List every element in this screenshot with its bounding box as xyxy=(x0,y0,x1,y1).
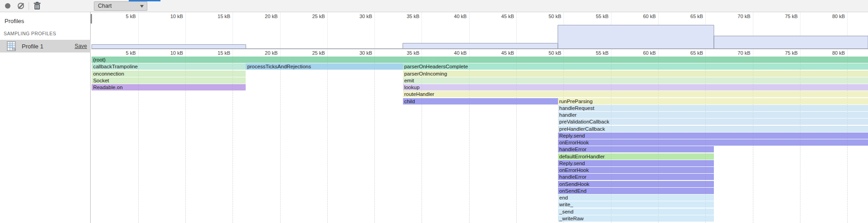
flame-bar[interactable]: lookup xyxy=(403,84,868,90)
flame-bar[interactable]: onErrorHook xyxy=(558,167,714,173)
flame-bar[interactable]: onSendHook xyxy=(558,181,714,187)
flame-gridline-dashed xyxy=(563,57,564,223)
profile-name: Profile 1 xyxy=(22,43,44,50)
flame-bar[interactable]: preValidationCallback xyxy=(558,119,868,125)
flame-bar[interactable]: onErrorHook xyxy=(558,139,868,146)
chart-pane: 5 kB10 kB15 kB20 kB25 kB30 kB35 kB40 kB4… xyxy=(91,12,868,223)
toolbar: Chart xyxy=(0,0,868,12)
clear-profiles-button[interactable] xyxy=(15,0,27,12)
ruler-tick-label: 50 kB xyxy=(529,50,561,56)
ruler-tick-label: 15 kB xyxy=(199,50,230,56)
flame-bar[interactable]: (root) xyxy=(92,57,868,63)
record-button[interactable] xyxy=(2,0,14,12)
overview-area-chart xyxy=(91,12,868,49)
allocation-flame-chart: (root)callbackTrampolineprocessTicksAndR… xyxy=(91,57,868,223)
chart-view-select-value: Chart xyxy=(98,3,112,9)
flame-bar[interactable]: callbackTrampoline xyxy=(92,63,246,70)
flame-bar[interactable]: Reply.send xyxy=(558,133,868,139)
flame-bar[interactable]: onconnection xyxy=(92,71,246,77)
ruler-tick-label: 30 kB xyxy=(340,50,372,56)
save-profile-link[interactable]: Save xyxy=(75,43,87,49)
trash-icon xyxy=(31,0,43,12)
ruler-tick-label: 80 kB xyxy=(813,50,845,56)
flame-bar[interactable]: processTicksAndRejections xyxy=(246,63,402,70)
flame-gridline-dashed xyxy=(753,57,753,223)
ruler-tick-label: 45 kB xyxy=(482,50,514,56)
flame-gridline-dashed xyxy=(233,57,233,223)
flame-bar[interactable]: parserOnHeadersComplete xyxy=(403,63,868,70)
ruler-tick-label: 65 kB xyxy=(671,50,703,56)
ruler-tick-label: 60 kB xyxy=(624,50,656,56)
flame-bar[interactable]: emit xyxy=(403,77,868,84)
flamechart-ruler: 5 kB10 kB15 kB20 kB25 kB30 kB35 kB40 kB4… xyxy=(91,49,868,57)
flame-gridline-dashed xyxy=(800,57,800,223)
flame-gridline-dashed xyxy=(705,57,706,223)
flame-gridline-dashed xyxy=(374,57,375,223)
flame-bar[interactable]: end xyxy=(558,195,714,201)
ruler-tick-label: 70 kB xyxy=(719,50,751,56)
ruler-tick-label: 25 kB xyxy=(293,50,325,56)
delete-profile-button[interactable] xyxy=(31,0,43,12)
flame-gridline-dashed xyxy=(469,57,470,223)
record-icon xyxy=(5,3,10,9)
flame-bar[interactable]: Readable.on xyxy=(92,84,246,90)
chevron-down-icon xyxy=(140,5,144,8)
flame-bar[interactable]: preHandlerCallback xyxy=(558,126,868,132)
ruler-tick-label: 75 kB xyxy=(766,50,798,56)
flame-bar[interactable]: handleError xyxy=(558,146,714,152)
flame-bar[interactable]: onSendEnd xyxy=(558,188,714,194)
flame-bar[interactable]: Reply.send xyxy=(558,160,714,166)
ruler-tick-label: 10 kB xyxy=(151,50,183,56)
flame-bar[interactable]: write_ xyxy=(558,201,714,208)
ruler-tick-label: 35 kB xyxy=(388,50,419,56)
ruler-tick-label: 5 kB xyxy=(104,50,136,56)
flame-bar[interactable]: Socket xyxy=(92,77,246,84)
flame-bar[interactable]: handleError xyxy=(558,174,714,180)
allocation-sampling-profiler: Chart Profiles SAMPLING PROFILES % Profi… xyxy=(0,0,868,223)
flame-gridline-dashed xyxy=(280,57,281,223)
sampling-profiles-section-label: SAMPLING PROFILES xyxy=(4,31,56,36)
sampling-profile-icon: % xyxy=(7,41,17,51)
chart-view-select[interactable]: Chart xyxy=(94,1,147,11)
flame-gridline-dashed xyxy=(185,57,186,223)
flame-bar[interactable]: handler xyxy=(558,112,868,118)
flame-gridline-dashed xyxy=(422,57,422,223)
flame-bar[interactable]: runPreParsing xyxy=(558,98,868,104)
svg-text:%: % xyxy=(12,47,15,51)
flame-bar[interactable]: routeHandler xyxy=(403,91,868,97)
flame-gridline-dashed xyxy=(516,57,517,223)
ruler-tick-label: 20 kB xyxy=(246,50,278,56)
flame-bar[interactable]: _writeRaw xyxy=(558,215,714,222)
ruler-tick-label: 55 kB xyxy=(577,50,609,56)
flame-gridline-dashed xyxy=(611,57,611,223)
flame-bar[interactable]: child xyxy=(403,98,558,104)
profile-list-item[interactable]: % Profile 1 Save xyxy=(0,40,91,52)
flame-gridline-dashed xyxy=(658,57,659,223)
flame-gridline-dashed xyxy=(138,57,139,223)
flame-bar[interactable]: parserOnIncoming xyxy=(403,71,868,77)
ruler-tick-label: 40 kB xyxy=(435,50,467,56)
flame-gridline-dashed xyxy=(327,57,328,223)
flame-gridline-dashed xyxy=(847,57,848,223)
sidebar-title: Profiles xyxy=(5,18,24,24)
toolbar-separator xyxy=(29,2,29,10)
flame-bar[interactable]: _send xyxy=(558,209,714,215)
flame-bar[interactable]: defaultErrorHandler xyxy=(558,153,714,160)
flame-bar[interactable]: handleRequest xyxy=(558,105,868,111)
profiles-sidebar: Profiles SAMPLING PROFILES % Profile 1 S… xyxy=(0,12,91,223)
active-tab-indicator xyxy=(129,0,160,1)
memory-overview-timeline[interactable]: 5 kB10 kB15 kB20 kB25 kB30 kB35 kB40 kB4… xyxy=(91,12,868,49)
